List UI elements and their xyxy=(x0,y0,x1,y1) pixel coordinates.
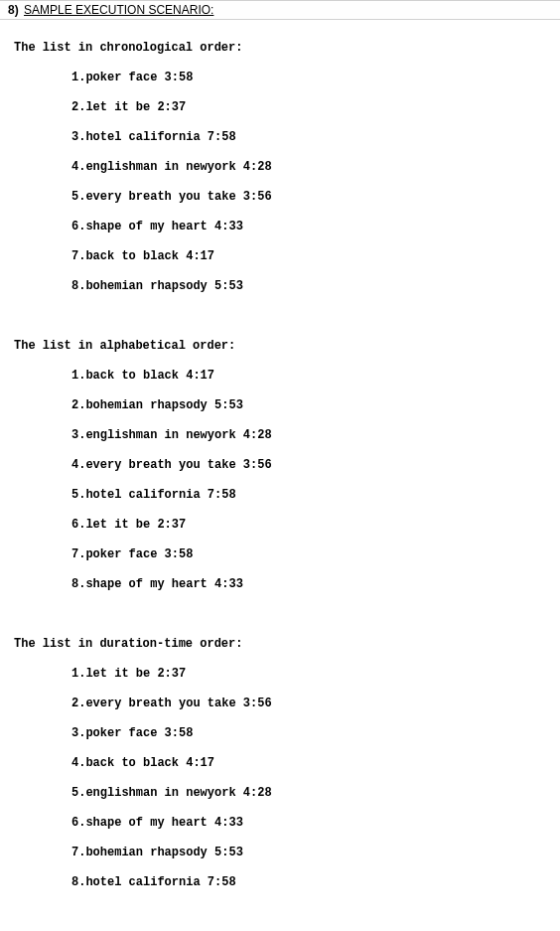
list-item: 2.every breath you take 3:56 xyxy=(14,697,272,711)
list-item: 8.hotel california 7:58 xyxy=(14,875,236,890)
duration-heading: The list in duration-time order: xyxy=(14,637,546,652)
list-item: 4.every breath you take 3:56 xyxy=(14,458,272,473)
list-item: 6.shape of my heart 4:33 xyxy=(14,220,243,234)
list-item: 4.englishman in newyork 4:28 xyxy=(14,160,272,175)
chrono-heading: The list in chronological order: xyxy=(14,41,546,56)
list-item: 5.hotel california 7:58 xyxy=(14,488,236,503)
list-item: 6.let it be 2:37 xyxy=(14,518,186,533)
list-item: 2.bohemian rhapsody 5:53 xyxy=(14,398,243,413)
list-item: 7.bohemian rhapsody 5:53 xyxy=(14,846,243,860)
list-item: 3.englishman in newyork 4:28 xyxy=(14,428,272,443)
alpha-heading: The list in alphabetical order: xyxy=(14,339,546,354)
section-number: 8) xyxy=(8,3,19,17)
list-item: 1.back to black 4:17 xyxy=(14,369,214,384)
list-item: 3.poker face 3:58 xyxy=(14,726,193,741)
list-item: 1.poker face 3:58 xyxy=(14,71,193,85)
list-item: 5.every breath you take 3:56 xyxy=(14,190,272,205)
list-item: 6.shape of my heart 4:33 xyxy=(14,816,243,831)
list-item: 8.bohemian rhapsody 5:53 xyxy=(14,279,243,294)
list-item: 7.poker face 3:58 xyxy=(14,547,193,562)
list-item: 3.hotel california 7:58 xyxy=(14,130,236,145)
list-item: 7.back to black 4:17 xyxy=(14,249,214,264)
list-item: 5.englishman in newyork 4:28 xyxy=(14,786,272,801)
list-item: 1.let it be 2:37 xyxy=(14,667,186,682)
execution-output: The list in chronological order: 1.poker… xyxy=(0,20,560,931)
section-header: 8) SAMPLE EXECUTION SCENARIO: xyxy=(0,0,560,20)
list-item: 2.let it be 2:37 xyxy=(14,100,186,115)
list-item: 4.back to black 4:17 xyxy=(14,756,214,771)
section-title: SAMPLE EXECUTION SCENARIO: xyxy=(24,3,213,17)
list-item: 8.shape of my heart 4:33 xyxy=(14,577,243,592)
